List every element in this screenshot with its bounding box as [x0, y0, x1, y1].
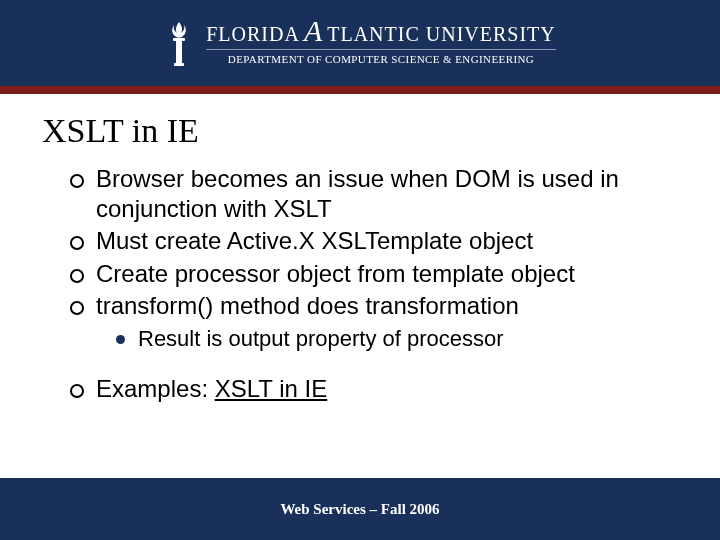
list-item: Examples: XSLT in IE: [70, 374, 690, 404]
list-item: Result is output property of processor: [116, 325, 690, 354]
slide-content: Browser becomes an issue when DOM is use…: [70, 164, 690, 404]
bullet-list: Examples: XSLT in IE: [70, 374, 690, 404]
department-name: DEPARTMENT OF COMPUTER SCIENCE & ENGINEE…: [206, 53, 556, 65]
logo-text: FLORIDA A TLANTIC UNIVERSITY DEPARTMENT …: [206, 22, 556, 65]
torch-icon: [164, 20, 194, 66]
list-item: Browser becomes an issue when DOM is use…: [70, 164, 690, 224]
sub-bullet-list: Result is output property of processor: [116, 325, 690, 354]
examples-link[interactable]: XSLT in IE: [215, 375, 328, 402]
list-item: transform() method does transformation: [70, 291, 690, 321]
university-name-last: TLANTIC UNIVERSITY: [327, 23, 556, 46]
slide-footer: Web Services – Fall 2006: [0, 478, 720, 540]
examples-label: Examples:: [96, 375, 215, 402]
svg-rect-0: [173, 38, 185, 41]
university-name: FLORIDA A TLANTIC UNIVERSITY: [206, 22, 556, 46]
list-item: Create processor object from template ob…: [70, 259, 690, 289]
slide-title: XSLT in IE: [42, 112, 720, 150]
footer-text: Web Services – Fall 2006: [280, 501, 439, 518]
svg-rect-1: [176, 41, 182, 63]
university-name-first: FLORIDA: [206, 23, 300, 46]
slide-header: FLORIDA A TLANTIC UNIVERSITY DEPARTMENT …: [0, 0, 720, 86]
list-item: Must create Active.X XSLTemplate object: [70, 226, 690, 256]
svg-rect-2: [174, 63, 184, 66]
bullet-list: Browser becomes an issue when DOM is use…: [70, 164, 690, 321]
divider: [206, 49, 556, 50]
accent-bar: [0, 86, 720, 94]
logo-block: FLORIDA A TLANTIC UNIVERSITY DEPARTMENT …: [164, 20, 556, 66]
university-name-initial: A: [304, 22, 323, 40]
